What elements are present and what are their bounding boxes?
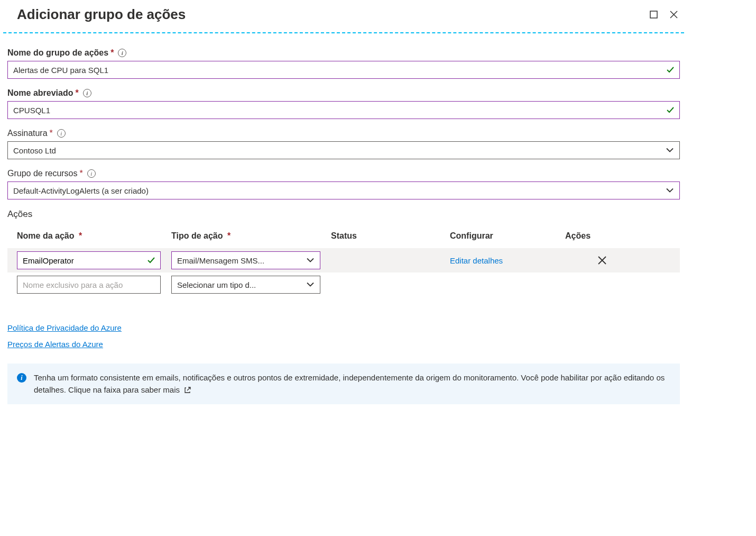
svg-rect-0 [650, 11, 657, 18]
subscription-label: Assinatura * i [7, 129, 680, 138]
group-name-input[interactable] [7, 61, 680, 79]
info-icon: i [17, 373, 26, 383]
actions-heading: Ações [7, 209, 680, 220]
subscription-select[interactable]: Contoso Ltd [7, 141, 680, 159]
close-button[interactable] [668, 10, 679, 20]
actions-table: Nome da ação * Tipo de ação * Status Con… [7, 226, 680, 297]
info-icon[interactable]: i [83, 89, 91, 97]
action-name-placeholder-input[interactable] [17, 276, 161, 294]
info-banner[interactable]: i Tenha um formato consistente em emails… [7, 364, 680, 404]
check-icon [147, 256, 155, 265]
action-name-input[interactable] [17, 251, 161, 269]
info-icon[interactable]: i [87, 169, 96, 178]
action-row: Email/Mensagem SMS... Editar detalhes [7, 248, 680, 272]
remove-action-button[interactable] [598, 256, 606, 265]
action-row-placeholder: Selecionar um tipo d... [7, 272, 680, 297]
resource-group-label: Grupo de recursos * i [7, 169, 680, 178]
check-icon [666, 66, 675, 74]
column-header-status: Status [331, 231, 450, 241]
action-type-select[interactable]: Email/Mensagem SMS... [171, 251, 320, 269]
column-header-name: Nome da ação * [17, 231, 171, 241]
info-banner-text: Tenha um formato consistente em emails, … [34, 372, 670, 396]
maximize-button[interactable] [648, 10, 659, 20]
panel-header: Adicionar grupo de ações [3, 0, 684, 33]
info-icon[interactable]: i [57, 129, 66, 138]
privacy-policy-link[interactable]: Política de Privacidade do Azure [7, 323, 680, 332]
column-header-actions: Ações [565, 231, 639, 241]
column-header-type: Tipo de ação * [171, 231, 331, 241]
short-name-input[interactable] [7, 101, 680, 119]
panel-title: Adicionar grupo de ações [17, 6, 186, 23]
external-link-icon [184, 387, 191, 394]
group-name-label: Nome do grupo de ações * i [7, 48, 680, 58]
short-name-label: Nome abreviado * i [7, 88, 680, 98]
action-type-placeholder-select[interactable]: Selecionar um tipo d... [171, 276, 320, 294]
column-header-configure: Configurar [450, 231, 565, 241]
edit-details-link[interactable]: Editar detalhes [450, 256, 503, 265]
close-icon [670, 11, 678, 19]
check-icon [666, 106, 675, 114]
info-icon[interactable]: i [118, 49, 126, 57]
pricing-link[interactable]: Preços de Alertas do Azure [7, 340, 680, 349]
maximize-icon [650, 11, 658, 19]
resource-group-select[interactable]: Default-ActivityLogAlerts (a ser criado) [7, 181, 680, 199]
